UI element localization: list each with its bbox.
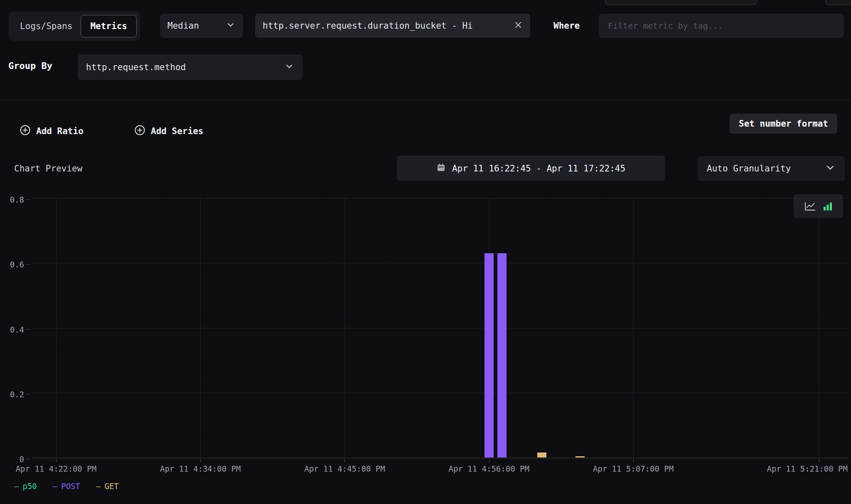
- granularity-dropdown[interactable]: Auto Granularity: [698, 156, 845, 181]
- h-gridline: [32, 198, 848, 198]
- legend-item-POST[interactable]: —POST: [53, 482, 80, 491]
- add-series-label: Add Series: [151, 126, 203, 136]
- v-gridline: [56, 198, 57, 458]
- calendar-icon: [436, 163, 446, 174]
- bar-POST[interactable]: [485, 253, 494, 458]
- legend-label: POST: [61, 482, 80, 491]
- plus-circle-icon: [20, 125, 31, 138]
- plot-area: [32, 198, 848, 458]
- time-range-picker[interactable]: Apr 11 16:22:45 - Apr 11 17:22:45: [397, 156, 665, 181]
- h-gridline: [32, 328, 848, 328]
- y-axis-label: 0.8: [10, 195, 24, 204]
- metric-selector[interactable]: http.server.request.duration_bucket - Hi: [255, 14, 530, 38]
- h-gridline: [32, 263, 848, 263]
- aggregation-dropdown[interactable]: Median: [160, 14, 243, 38]
- legend-label: p50: [22, 482, 37, 491]
- metrics-tab[interactable]: Metrics: [81, 15, 137, 37]
- chevron-down-icon: [825, 162, 836, 175]
- chart-preview-title: Chart Preview: [14, 164, 82, 174]
- granularity-value: Auto Granularity: [707, 164, 791, 174]
- logs-spans-tab[interactable]: Logs/Spans: [9, 21, 81, 31]
- x-tick-mark: [633, 459, 634, 462]
- set-number-format-button[interactable]: Set number format: [730, 114, 837, 134]
- x-axis-label: Apr 11 4:56:00 PM: [448, 464, 529, 473]
- y-tick-mark: [26, 329, 30, 330]
- h-gridline: [32, 393, 848, 393]
- chevron-down-icon: [226, 20, 236, 32]
- v-gridline: [200, 198, 201, 458]
- plus-circle-icon: [134, 125, 145, 138]
- y-tick-mark: [26, 459, 30, 459]
- add-ratio-label: Add Ratio: [36, 126, 84, 136]
- y-axis-label: 0.6: [10, 260, 24, 269]
- group-by-value: http.request.method: [86, 62, 186, 72]
- x-tick-mark: [200, 459, 201, 462]
- section-divider: [0, 100, 851, 100]
- cropped-top-control[interactable]: [825, 0, 851, 5]
- y-tick-mark: [26, 199, 30, 200]
- x-axis-label: Apr 11 4:22:00 PM: [16, 464, 96, 473]
- x-axis-label: Apr 11 5:21:00 PM: [767, 464, 848, 473]
- aggregation-value: Median: [167, 21, 199, 31]
- where-label: Where: [553, 21, 580, 31]
- x-axis-label: Apr 11 4:45:00 PM: [304, 464, 385, 473]
- source-toggle-group: Logs/Spans Metrics: [9, 12, 140, 41]
- x-tick-mark: [56, 459, 57, 462]
- group-by-dropdown[interactable]: http.request.method: [78, 54, 303, 80]
- y-axis-label: 0: [20, 455, 24, 464]
- legend-item-p50[interactable]: —p50: [14, 482, 37, 491]
- filter-input[interactable]: [599, 14, 844, 38]
- x-axis-label: Apr 11 4:34:00 PM: [160, 464, 241, 473]
- legend-label: GET: [104, 482, 118, 491]
- legend-marker: —: [96, 482, 101, 491]
- y-axis-label: 0.2: [10, 390, 24, 399]
- bar-GET[interactable]: [537, 453, 546, 458]
- group-by-label: Group By: [8, 61, 52, 71]
- v-gridline: [344, 198, 345, 458]
- close-icon[interactable]: [514, 20, 523, 32]
- x-tick-mark: [344, 459, 345, 462]
- v-gridline: [819, 198, 819, 458]
- cropped-top-input[interactable]: [605, 0, 757, 5]
- y-tick-mark: [26, 394, 30, 394]
- x-axis-label: Apr 11 5:07:00 PM: [593, 464, 674, 473]
- metric-name: http.server.request.duration_bucket - Hi: [263, 21, 473, 31]
- v-gridline: [633, 198, 634, 458]
- chart-legend: —p50—POST—GET: [14, 482, 119, 491]
- y-tick-mark: [26, 264, 30, 264]
- legend-item-GET[interactable]: —GET: [96, 482, 119, 491]
- y-axis-label: 0.4: [10, 325, 24, 334]
- add-ratio-button[interactable]: Add Ratio: [20, 124, 84, 139]
- legend-marker: —: [14, 482, 19, 491]
- x-tick-mark: [489, 459, 489, 462]
- time-range-value: Apr 11 16:22:45 - Apr 11 17:22:45: [452, 164, 625, 174]
- bar-GET[interactable]: [576, 456, 585, 458]
- chevron-down-icon: [284, 61, 294, 73]
- legend-marker: —: [53, 482, 57, 491]
- add-series-button[interactable]: Add Series: [134, 124, 203, 139]
- x-axis: Apr 11 4:22:00 PMApr 11 4:34:00 PMApr 11…: [32, 459, 848, 477]
- y-axis: 00.20.40.60.8: [0, 198, 32, 459]
- x-tick-mark: [819, 459, 819, 462]
- bar-POST[interactable]: [497, 253, 507, 458]
